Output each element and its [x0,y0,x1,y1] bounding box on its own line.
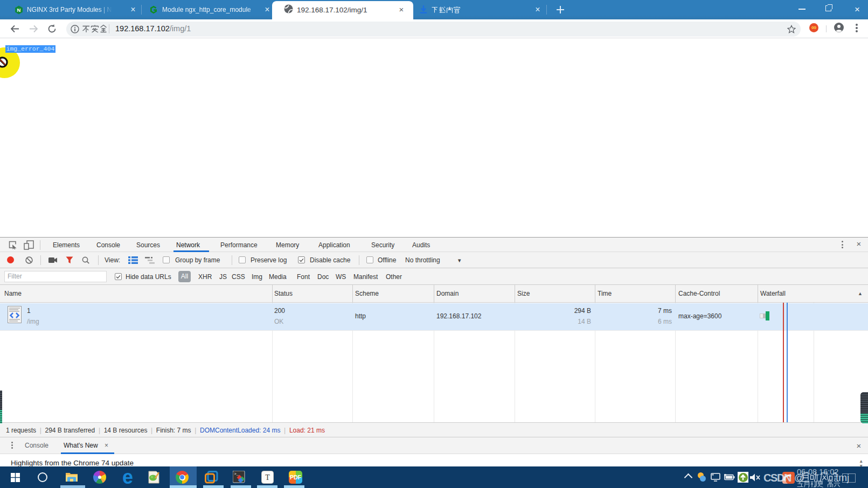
svg-text:N: N [17,7,21,13]
svg-text:PDF: PDF [290,474,302,480]
svg-text:>_: >_ [234,472,239,476]
svg-text:T: T [265,473,270,482]
